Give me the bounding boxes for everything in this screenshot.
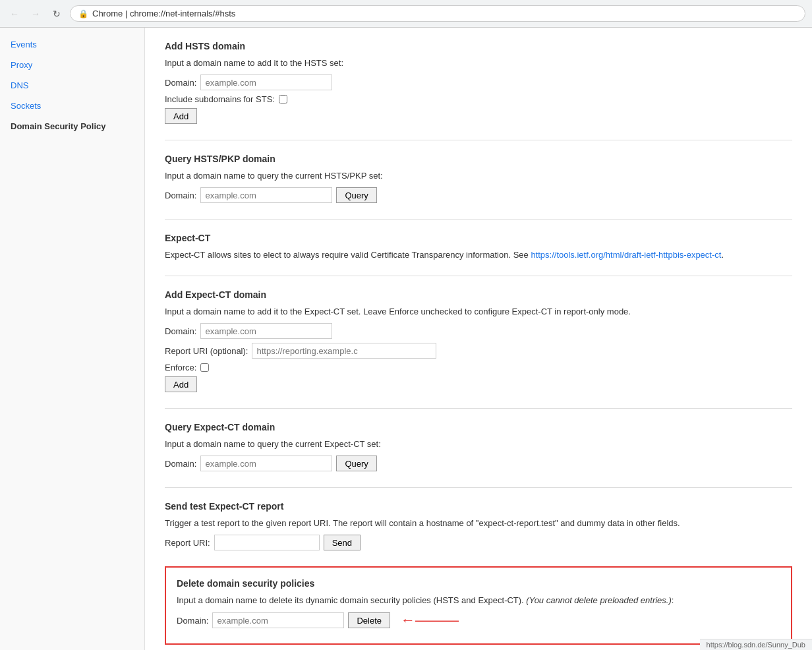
add-hsts-desc: Input a domain name to add it to the HST… xyxy=(165,58,792,68)
send-test-desc: Trigger a test report to the given repor… xyxy=(165,518,792,528)
add-expect-ct-report-uri-row: Report URI (optional): xyxy=(165,343,792,359)
query-hsts-section: Query HSTS/PKP domain Input a domain nam… xyxy=(165,154,792,203)
add-hsts-include-row: Include subdomains for STS: xyxy=(165,94,792,104)
browser-chrome: ← → ↻ 🔒 Chrome | chrome://net-internals/… xyxy=(0,0,812,28)
query-expect-ct-section: Query Expect-CT domain Input a domain na… xyxy=(165,422,792,471)
delete-section-desc: Input a domain name to delete its dynami… xyxy=(177,595,780,605)
query-expect-ct-domain-input[interactable] xyxy=(200,456,332,471)
delete-desc-suffix: : xyxy=(672,595,674,605)
delete-desc-italic: (You cannot delete preloaded entries.) xyxy=(526,595,671,605)
address-url: chrome://net-internals/#hsts xyxy=(130,9,235,18)
forward-button[interactable]: → xyxy=(28,7,44,21)
delete-section: Delete domain security policies Input a … xyxy=(165,566,792,645)
delete-domain-row: Domain: Delete ←——— xyxy=(177,612,780,629)
add-expect-ct-report-uri-label: Report URI (optional): xyxy=(165,346,248,356)
add-expect-ct-report-uri-input[interactable] xyxy=(252,343,436,359)
add-hsts-section: Add HSTS domain Input a domain name to a… xyxy=(165,41,792,124)
query-hsts-desc: Input a domain name to query the current… xyxy=(165,171,792,181)
status-text: https://blog.sdn.de/Sunny_Dub xyxy=(707,641,805,649)
site-label: Chrome xyxy=(92,9,123,18)
divider-2 xyxy=(165,219,792,220)
add-hsts-domain-label: Domain: xyxy=(165,78,196,88)
add-expect-ct-section: Add Expect-CT domain Input a domain name… xyxy=(165,289,792,392)
add-expect-ct-domain-row: Domain: xyxy=(165,323,792,339)
divider-1 xyxy=(165,140,792,140)
add-hsts-button[interactable]: Add xyxy=(165,108,197,124)
delete-domain-input[interactable] xyxy=(212,612,344,628)
query-expect-ct-desc: Input a domain name to query the current… xyxy=(165,439,792,449)
add-expect-ct-domain-input[interactable] xyxy=(200,323,332,339)
divider-5 xyxy=(165,487,792,488)
expect-ct-desc-prefix: Expect-CT allows sites to elect to alway… xyxy=(165,250,531,260)
add-expect-ct-enforce-row: Enforce: xyxy=(165,363,792,372)
query-hsts-domain-input[interactable] xyxy=(200,187,332,203)
add-expect-ct-btn-row: Add xyxy=(165,376,792,392)
add-hsts-include-checkbox[interactable] xyxy=(279,95,287,103)
add-expect-ct-enforce-label: Enforce: xyxy=(165,363,196,372)
query-expect-ct-domain-row: Domain: Query xyxy=(165,456,792,471)
query-hsts-button[interactable]: Query xyxy=(336,187,376,203)
send-test-section: Send test Expect-CT report Trigger a tes… xyxy=(165,501,792,550)
status-bar: https://blog.sdn.de/Sunny_Dub xyxy=(700,639,812,650)
query-expect-ct-domain-label: Domain: xyxy=(165,459,196,469)
lock-icon: 🔒 xyxy=(78,9,88,18)
sidebar-item-sockets[interactable]: Sockets xyxy=(0,96,144,116)
add-expect-ct-title: Add Expect-CT domain xyxy=(165,289,792,300)
query-hsts-domain-label: Domain: xyxy=(165,191,196,200)
expect-ct-link[interactable]: https://tools.ietf.org/html/draft-ietf-h… xyxy=(531,250,721,260)
query-hsts-title: Query HSTS/PKP domain xyxy=(165,154,792,164)
send-test-title: Send test Expect-CT report xyxy=(165,501,792,512)
address-text: Chrome | chrome://net-internals/#hsts xyxy=(92,9,235,18)
add-hsts-domain-input[interactable] xyxy=(200,74,332,90)
send-test-uri-row: Report URI: Send xyxy=(165,535,792,550)
app-layout: Events Proxy DNS Sockets Domain Security… xyxy=(0,28,812,650)
add-expect-ct-button[interactable]: Add xyxy=(165,376,197,392)
delete-section-title: Delete domain security policies xyxy=(177,578,780,589)
query-expect-ct-button[interactable]: Query xyxy=(336,456,376,471)
add-expect-ct-desc: Input a domain name to add it to the Exp… xyxy=(165,307,792,316)
divider-4 xyxy=(165,408,792,409)
add-expect-ct-enforce-checkbox[interactable] xyxy=(200,363,209,372)
add-hsts-domain-row: Domain: xyxy=(165,74,792,90)
address-bar[interactable]: 🔒 Chrome | chrome://net-internals/#hsts xyxy=(70,5,805,22)
sidebar-item-domain-security-policy[interactable]: Domain Security Policy xyxy=(0,116,144,136)
add-hsts-btn-row: Add xyxy=(165,108,792,124)
delete-desc-prefix: Input a domain name to delete its dynami… xyxy=(177,595,526,605)
send-test-uri-input[interactable] xyxy=(214,535,320,550)
expect-ct-desc: Expect-CT allows sites to elect to alway… xyxy=(165,250,792,260)
sidebar-item-proxy[interactable]: Proxy xyxy=(0,55,144,75)
main-content: Add HSTS domain Input a domain name to a… xyxy=(145,28,812,650)
red-arrow-icon: ←——— xyxy=(401,612,459,629)
expect-ct-info-section: Expect-CT Expect-CT allows sites to elec… xyxy=(165,233,792,260)
delete-domain-label: Domain: xyxy=(177,616,208,626)
reload-button[interactable]: ↻ xyxy=(49,7,65,21)
add-hsts-title: Add HSTS domain xyxy=(165,41,792,51)
expect-ct-title: Expect-CT xyxy=(165,233,792,243)
query-expect-ct-title: Query Expect-CT domain xyxy=(165,422,792,432)
delete-button[interactable]: Delete xyxy=(348,612,390,628)
send-test-button[interactable]: Send xyxy=(324,535,361,550)
add-expect-ct-domain-label: Domain: xyxy=(165,326,196,336)
divider-3 xyxy=(165,276,792,276)
back-button[interactable]: ← xyxy=(7,7,22,21)
address-separator: | xyxy=(125,9,130,18)
add-hsts-include-label: Include subdomains for STS: xyxy=(165,94,275,104)
sidebar-item-dns[interactable]: DNS xyxy=(0,75,144,96)
send-test-uri-label: Report URI: xyxy=(165,538,210,548)
sidebar: Events Proxy DNS Sockets Domain Security… xyxy=(0,28,145,650)
expect-ct-desc-suffix: . xyxy=(721,250,724,260)
query-hsts-domain-row: Domain: Query xyxy=(165,187,792,203)
sidebar-item-events[interactable]: Events xyxy=(0,34,144,55)
